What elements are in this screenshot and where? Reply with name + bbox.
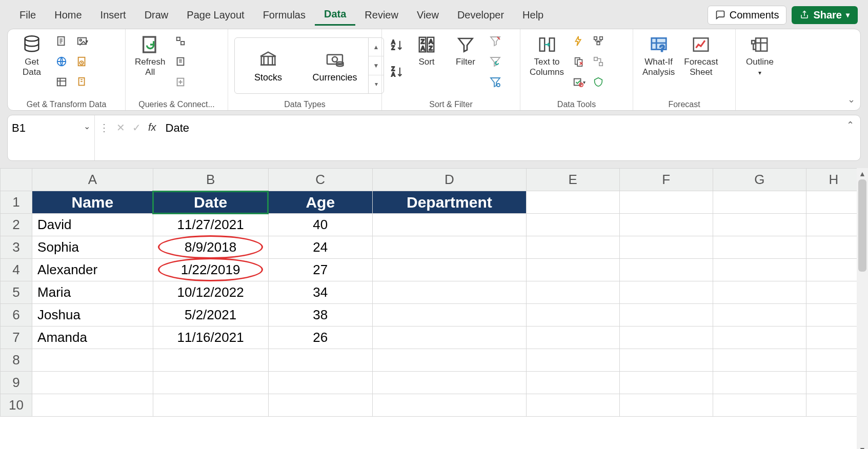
- clear-filter-button[interactable]: [487, 32, 504, 50]
- col-header-C[interactable]: C: [268, 169, 372, 191]
- cell-A3[interactable]: Sophia: [32, 236, 153, 259]
- row-header-1[interactable]: 1: [1, 191, 32, 214]
- existing-connections-button[interactable]: [73, 73, 91, 91]
- cell-C1[interactable]: Age: [268, 191, 372, 214]
- cell-B10[interactable]: [153, 394, 268, 417]
- cell-E10[interactable]: [526, 394, 619, 417]
- cell-C4[interactable]: 27: [268, 259, 372, 281]
- gallery-more-button[interactable]: ▾: [369, 75, 383, 93]
- cell-E6[interactable]: [526, 304, 619, 326]
- cell-E1[interactable]: [526, 191, 619, 214]
- cell-H8[interactable]: [806, 349, 861, 372]
- cell-H2[interactable]: [806, 214, 861, 236]
- sort-asc-button[interactable]: AZ: [388, 36, 406, 54]
- tab-file[interactable]: File: [10, 5, 45, 25]
- collapse-ribbon-button[interactable]: ⌄: [847, 94, 855, 105]
- tab-formulas[interactable]: Formulas: [254, 5, 315, 25]
- gallery-up-button[interactable]: ▲: [369, 38, 383, 56]
- cell-F9[interactable]: [619, 372, 713, 394]
- col-header-A[interactable]: A: [32, 169, 153, 191]
- cell-B7[interactable]: 11/16/2021: [153, 326, 268, 349]
- col-header-D[interactable]: D: [372, 169, 526, 191]
- cell-A8[interactable]: [32, 349, 153, 372]
- cell-G7[interactable]: [713, 326, 806, 349]
- cell-E5[interactable]: [526, 281, 619, 304]
- what-if-analysis-button[interactable]: ? What-If Analysis: [639, 32, 678, 79]
- cell-F3[interactable]: [619, 236, 713, 259]
- properties-button[interactable]: [172, 53, 189, 70]
- tab-page-layout[interactable]: Page Layout: [177, 5, 253, 25]
- cell-F5[interactable]: [619, 281, 713, 304]
- cell-D10[interactable]: [372, 394, 526, 417]
- tab-data[interactable]: Data: [315, 4, 355, 26]
- cell-H4[interactable]: [806, 259, 861, 281]
- gallery-down-button[interactable]: ▼: [369, 56, 383, 75]
- stocks-type-button[interactable]: Stocks: [235, 38, 301, 93]
- tab-view[interactable]: View: [408, 5, 448, 25]
- text-to-columns-button[interactable]: Text to Columns: [527, 32, 567, 79]
- from-web-button[interactable]: [53, 53, 70, 70]
- cell-D2[interactable]: [372, 214, 526, 236]
- chevron-down-icon[interactable]: ⌄: [84, 121, 90, 131]
- cell-C3[interactable]: 24: [268, 236, 372, 259]
- cell-B3[interactable]: 8/9/2018: [153, 236, 268, 259]
- row-header-8[interactable]: 8: [1, 349, 32, 372]
- refresh-all-button[interactable]: Refresh All: [132, 32, 169, 79]
- tab-review[interactable]: Review: [355, 5, 408, 25]
- cell-C10[interactable]: [268, 394, 372, 417]
- cell-G2[interactable]: [713, 214, 806, 236]
- sort-button[interactable]: ZAAZ Sort: [409, 32, 445, 69]
- queries-connections-button[interactable]: [172, 32, 189, 50]
- name-box[interactable]: [12, 121, 63, 135]
- reapply-button[interactable]: [487, 53, 504, 70]
- expand-formula-bar-button[interactable]: ⌃: [846, 119, 854, 131]
- cell-E2[interactable]: [526, 214, 619, 236]
- cell-B2[interactable]: 11/27/2021: [153, 214, 268, 236]
- manage-data-model-button[interactable]: [590, 73, 607, 91]
- comments-button[interactable]: Comments: [708, 6, 787, 25]
- col-header-G[interactable]: G: [713, 169, 806, 191]
- tab-insert[interactable]: Insert: [91, 5, 135, 25]
- cell-D3[interactable]: [372, 236, 526, 259]
- cell-C8[interactable]: [268, 349, 372, 372]
- cell-E3[interactable]: [526, 236, 619, 259]
- cell-D1[interactable]: Department: [372, 191, 526, 214]
- cell-H7[interactable]: [806, 326, 861, 349]
- sort-desc-button[interactable]: ZA: [388, 63, 406, 80]
- tab-developer[interactable]: Developer: [448, 5, 513, 25]
- cell-E8[interactable]: [526, 349, 619, 372]
- accept-formula-button[interactable]: ✓: [132, 121, 141, 134]
- cell-D7[interactable]: [372, 326, 526, 349]
- cell-D6[interactable]: [372, 304, 526, 326]
- cell-H6[interactable]: [806, 304, 861, 326]
- cell-E9[interactable]: [526, 372, 619, 394]
- cell-C7[interactable]: 26: [268, 326, 372, 349]
- cell-A5[interactable]: Maria: [32, 281, 153, 304]
- row-header-10[interactable]: 10: [1, 394, 32, 417]
- tab-home[interactable]: Home: [45, 5, 91, 25]
- cell-B8[interactable]: [153, 349, 268, 372]
- cell-G6[interactable]: [713, 304, 806, 326]
- tab-draw[interactable]: Draw: [135, 5, 178, 25]
- cell-A10[interactable]: [32, 394, 153, 417]
- cell-B6[interactable]: 5/2/2021: [153, 304, 268, 326]
- more-options-icon[interactable]: ⋮: [99, 121, 109, 134]
- cell-A6[interactable]: Joshua: [32, 304, 153, 326]
- scroll-up-button[interactable]: ▲: [857, 168, 868, 179]
- row-header-6[interactable]: 6: [1, 304, 32, 326]
- from-picture-button[interactable]: ▾: [73, 32, 91, 50]
- tab-help[interactable]: Help: [513, 5, 553, 25]
- cell-C6[interactable]: 38: [268, 304, 372, 326]
- scroll-down-button[interactable]: ▼: [857, 444, 868, 449]
- cell-A9[interactable]: [32, 372, 153, 394]
- data-validation-button[interactable]: ▾: [570, 73, 588, 91]
- cell-F6[interactable]: [619, 304, 713, 326]
- cell-B5[interactable]: 10/12/2022: [153, 281, 268, 304]
- recent-sources-button[interactable]: [73, 53, 91, 70]
- cell-E4[interactable]: [526, 259, 619, 281]
- cell-G10[interactable]: [713, 394, 806, 417]
- currencies-type-button[interactable]: Currencies: [301, 38, 368, 93]
- cell-F8[interactable]: [619, 349, 713, 372]
- cell-H10[interactable]: [806, 394, 861, 417]
- row-header-3[interactable]: 3: [1, 236, 32, 259]
